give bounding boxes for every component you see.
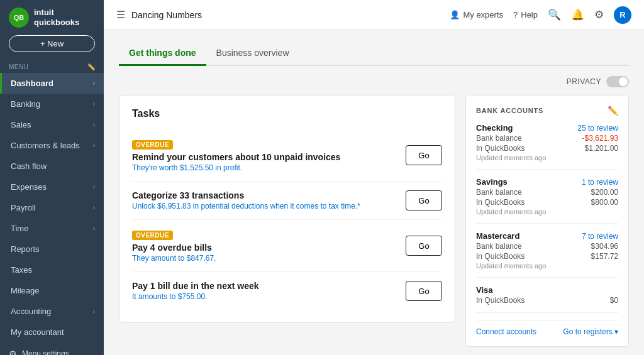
account-name: Mastercard xyxy=(476,231,519,241)
review-link[interactable]: 1 to review xyxy=(582,178,618,187)
account-name: Visa xyxy=(476,285,493,295)
chevron-icon: › xyxy=(93,80,95,87)
task-body: Categorize 33 transactions Unlock $6,951… xyxy=(132,190,398,210)
sidebar-item-customers[interactable]: Customers & leads › xyxy=(0,135,104,156)
bank-accounts-card: BANK ACCOUNTS ✏️ Checking 25 to review B… xyxy=(465,95,629,347)
settings-icon[interactable]: ⚙ xyxy=(594,8,604,21)
bell-icon[interactable]: 🔔 xyxy=(571,8,584,21)
hamburger-icon[interactable]: ☰ xyxy=(116,9,125,21)
chevron-icon: › xyxy=(93,225,95,232)
task-categorize: Categorize 33 transactions Unlock $6,951… xyxy=(132,182,442,220)
sidebar-item-reports[interactable]: Reports xyxy=(0,239,104,259)
sidebar-item-payroll[interactable]: Payroll › xyxy=(0,197,104,218)
account-name: Savings xyxy=(476,177,508,187)
sidebar-item-banking[interactable]: Banking › xyxy=(0,94,104,114)
qb-logo-text: intuit quickbooks xyxy=(34,8,79,27)
dashboard-columns: Tasks OVERDUE Remind your customers abou… xyxy=(119,95,629,355)
go-button-categorize[interactable]: Go xyxy=(406,190,442,210)
account-updated: Updated moments ago xyxy=(476,154,618,161)
sidebar-item-expenses[interactable]: Expenses › xyxy=(0,177,104,197)
go-button-unpaid-invoices[interactable]: Go xyxy=(406,145,442,165)
bank-card-header: BANK ACCOUNTS ✏️ xyxy=(476,106,618,116)
task-subtitle: They're worth $1,525.50 in profit. xyxy=(132,163,398,172)
main-tabs: Get things done Business overview xyxy=(119,43,629,66)
bank-account-mastercard: Mastercard 7 to review Bank balance $304… xyxy=(476,231,618,278)
bank-balance-value: $200.00 xyxy=(591,188,618,197)
menu-settings[interactable]: ⚙ Menu settings xyxy=(0,342,104,355)
bank-balance-label: Bank balance xyxy=(476,134,522,143)
sidebar-logo: QB intuit quickbooks xyxy=(0,0,104,35)
account-updated: Updated moments ago xyxy=(476,208,618,216)
chevron-icon: › xyxy=(93,308,95,315)
task-subtitle: Unlock $6,951.83 in potential deductions… xyxy=(132,202,398,210)
task-title: Categorize 33 transactions xyxy=(132,190,398,200)
help-button[interactable]: ? Help xyxy=(513,10,538,19)
chevron-icon: › xyxy=(93,101,95,107)
help-icon: ? xyxy=(513,10,518,19)
sidebar-item-accounting[interactable]: Accounting › xyxy=(0,301,104,322)
task-body: OVERDUE Remind your customers about 10 u… xyxy=(132,138,398,172)
my-experts-button[interactable]: 👤 My experts xyxy=(450,10,503,19)
task-title: Pay 1 bill due in the next week xyxy=(132,281,398,291)
tab-business-overview[interactable]: Business overview xyxy=(206,43,299,66)
go-button-overdue-bills[interactable]: Go xyxy=(406,236,442,256)
in-qb-label: In QuickBooks xyxy=(476,252,525,261)
privacy-toggle[interactable] xyxy=(606,76,629,87)
overdue-badge: OVERDUE xyxy=(132,140,173,150)
sidebar-item-myaccountant[interactable]: My accountant xyxy=(0,322,104,342)
connect-accounts-link[interactable]: Connect accounts xyxy=(476,327,536,336)
task-subtitle: It amounts to $755.00. xyxy=(132,292,398,301)
topbar: ☰ Dancing Numbers 👤 My experts ? Help 🔍 … xyxy=(104,0,644,30)
gear-icon: ⚙ xyxy=(9,349,17,355)
task-unpaid-invoices: OVERDUE Remind your customers about 10 u… xyxy=(132,129,442,182)
chevron-icon: › xyxy=(93,204,95,211)
sidebar-item-cashflow[interactable]: Cash flow xyxy=(0,156,104,177)
user-avatar[interactable]: R xyxy=(614,6,631,24)
tasks-title: Tasks xyxy=(132,108,442,119)
sidebar-item-dashboard[interactable]: Dashboard › xyxy=(0,73,104,94)
sidebar: QB intuit quickbooks + New MENU ✏️ Dashb… xyxy=(0,0,104,355)
chevron-icon: › xyxy=(93,183,95,190)
overdue-badge: OVERDUE xyxy=(132,231,173,240)
review-link[interactable]: 25 to review xyxy=(577,124,618,133)
bank-section-title: BANK ACCOUNTS xyxy=(476,107,543,114)
chevron-icon: › xyxy=(93,121,95,128)
task-body: Pay 1 bill due in the next week It amoun… xyxy=(132,281,398,301)
privacy-row: PRIVACY xyxy=(119,76,629,87)
company-name: Dancing Numbers xyxy=(131,10,202,20)
tasks-card: Tasks OVERDUE Remind your customers abou… xyxy=(119,95,455,323)
in-qb-label: In QuickBooks xyxy=(476,144,525,153)
content-area: Get things done Business overview PRIVAC… xyxy=(104,30,644,355)
chevron-icon: › xyxy=(93,142,95,149)
tasks-column: Tasks OVERDUE Remind your customers abou… xyxy=(119,95,455,355)
bank-account-checking: Checking 25 to review Bank balance -$3,6… xyxy=(476,123,618,170)
in-qb-label: In QuickBooks xyxy=(476,198,525,207)
account-updated: Updated moments ago xyxy=(476,262,618,270)
topbar-right: 👤 My experts ? Help 🔍 🔔 ⚙ R xyxy=(450,6,631,24)
go-button-bill-due-week[interactable]: Go xyxy=(406,281,442,301)
account-name: Checking xyxy=(476,123,513,133)
tab-get-things-done[interactable]: Get things done xyxy=(119,43,206,66)
search-icon[interactable]: 🔍 xyxy=(548,8,561,21)
review-link[interactable]: 7 to review xyxy=(582,232,618,241)
qb-logo-icon: QB xyxy=(9,8,29,28)
sidebar-item-time[interactable]: Time › xyxy=(0,218,104,239)
edit-menu-icon[interactable]: ✏️ xyxy=(87,63,96,70)
sidebar-item-sales[interactable]: Sales › xyxy=(0,114,104,135)
in-qb-value: $1,201.00 xyxy=(585,144,618,153)
in-qb-value: $0 xyxy=(610,296,618,305)
sidebar-item-taxes[interactable]: Taxes xyxy=(0,259,104,280)
go-to-registers-button[interactable]: Go to registers ▾ xyxy=(563,327,618,336)
in-qb-value: $800.00 xyxy=(591,198,618,207)
bank-account-visa: Visa In QuickBooks $0 xyxy=(476,285,618,313)
task-overdue-bills: OVERDUE Pay 4 overdue bills They amount … xyxy=(132,220,442,272)
bank-balance-label: Bank balance xyxy=(476,242,522,251)
bank-balance-value: -$3,621.93 xyxy=(582,134,618,143)
in-qb-label: In QuickBooks xyxy=(476,296,525,305)
edit-bank-icon[interactable]: ✏️ xyxy=(608,106,618,116)
topbar-left: ☰ Dancing Numbers xyxy=(116,9,202,21)
task-body: OVERDUE Pay 4 overdue bills They amount … xyxy=(132,229,398,263)
sidebar-item-mileage[interactable]: Mileage xyxy=(0,280,104,301)
new-button[interactable]: + New xyxy=(9,35,95,52)
menu-section-label: MENU ✏️ xyxy=(0,60,104,73)
